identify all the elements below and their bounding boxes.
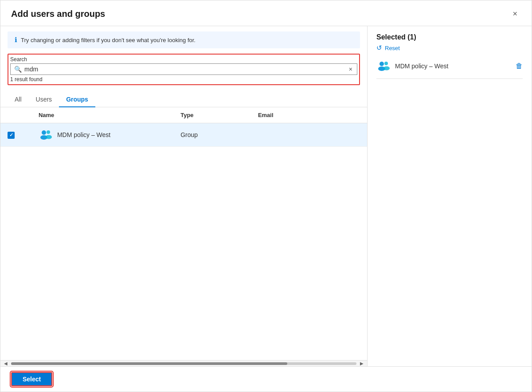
row-checkbox-cell[interactable]	[0, 123, 31, 147]
reset-icon: ↺	[376, 44, 382, 52]
scroll-right-arrow[interactable]: ▶	[358, 360, 365, 366]
checkbox-checked[interactable]	[8, 132, 15, 139]
search-section: Search 🔍 × 1 result found	[0, 54, 367, 85]
svg-point-6	[384, 62, 388, 65]
row-name: MDM policy – West	[57, 131, 110, 138]
selected-header: Selected (1)	[376, 33, 523, 41]
table-area: Name Type Email	[0, 107, 367, 360]
selected-item-avatar	[376, 59, 391, 73]
dialog-header: Add users and groups ×	[0, 0, 532, 26]
info-banner-text: Try changing or adding filters if you do…	[21, 37, 196, 43]
col-email-header: Email	[251, 107, 367, 123]
scroll-left-arrow[interactable]: ◀	[2, 360, 9, 366]
reset-button[interactable]: ↺ Reset	[376, 44, 523, 52]
row-email	[251, 123, 367, 147]
svg-point-4	[379, 62, 384, 66]
group-avatar-icon	[39, 128, 53, 142]
result-count: 1 result found	[10, 75, 357, 82]
row-name-cell: MDM policy – West	[31, 123, 173, 147]
dialog-footer: Select	[0, 366, 532, 392]
info-banner: ℹ Try changing or adding filters if you …	[8, 31, 360, 48]
tabs-row: All Users Groups	[0, 89, 367, 107]
col-name-header: Name	[31, 107, 173, 123]
dialog-title: Add users and groups	[11, 9, 105, 19]
select-button[interactable]: Select	[11, 372, 52, 386]
search-label: Search	[10, 56, 357, 63]
scrollbar-row: ◀ ▶	[0, 360, 367, 366]
svg-point-0	[42, 130, 46, 135]
clear-search-button[interactable]: ×	[348, 66, 353, 73]
svg-point-3	[46, 135, 52, 139]
info-icon: ℹ	[15, 36, 17, 44]
tab-all[interactable]: All	[8, 92, 29, 107]
selected-item-name: MDM policy – West	[395, 63, 511, 70]
row-type: Group	[173, 123, 251, 147]
col-type-header: Type	[173, 107, 251, 123]
search-input-row: 🔍 ×	[10, 63, 357, 75]
right-panel: Selected (1) ↺ Reset MDM policy – West 🗑	[368, 26, 532, 366]
results-table: Name Type Email	[0, 107, 367, 147]
scroll-track[interactable]	[11, 362, 356, 365]
scroll-thumb	[11, 362, 287, 365]
search-box-wrapper: Search 🔍 × 1 result found	[8, 54, 360, 85]
col-checkbox	[0, 107, 31, 123]
svg-point-2	[47, 130, 50, 134]
tab-groups[interactable]: Groups	[59, 92, 95, 107]
add-users-groups-dialog: Add users and groups × ℹ Try changing or…	[0, 0, 532, 392]
search-input[interactable]	[24, 66, 345, 73]
dialog-body: ℹ Try changing or adding filters if you …	[0, 26, 532, 366]
tab-users[interactable]: Users	[29, 92, 59, 107]
delete-selected-item-button[interactable]: 🗑	[516, 62, 523, 70]
left-panel: ℹ Try changing or adding filters if you …	[0, 26, 368, 366]
table-row[interactable]: MDM policy – West Group	[0, 123, 367, 147]
close-button[interactable]: ×	[509, 8, 521, 20]
name-cell: MDM policy – West	[39, 128, 166, 142]
reset-label: Reset	[385, 45, 400, 51]
svg-point-7	[383, 67, 390, 71]
selected-item: MDM policy – West 🗑	[376, 59, 523, 79]
search-icon: 🔍	[14, 66, 22, 73]
